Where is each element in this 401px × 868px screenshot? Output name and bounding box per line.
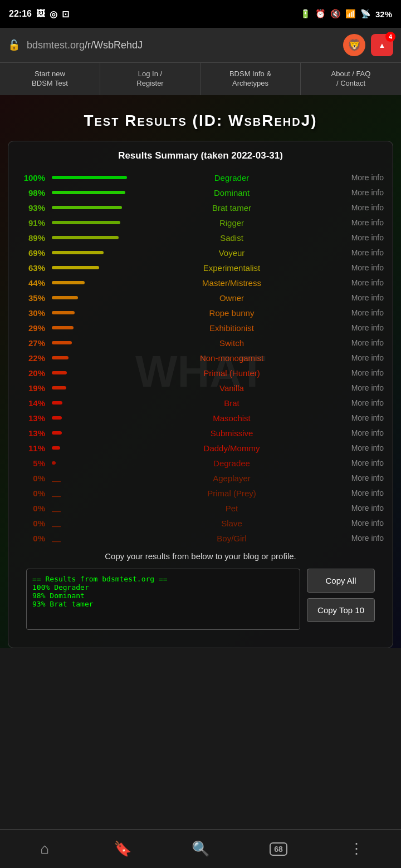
more-info-link[interactable]: More info [334,368,384,377]
result-pct: 91% [17,218,50,228]
tab-switcher[interactable]: ▲ 4 [371,34,393,56]
result-row: 29% Exhibitionist More info [17,320,384,336]
results-textarea[interactable] [26,569,300,630]
more-info-link[interactable]: More info [334,188,384,197]
copy-all-button[interactable]: Copy All [307,569,375,593]
results-card: Results Summary (taken 2022-03-31) 100% … [8,141,393,648]
result-row: 0% — Boy/Girl More info [17,531,384,546]
more-info-link[interactable]: More info [334,504,384,512]
more-info-link[interactable]: More info [334,398,384,407]
copy-instruction: Copy your results from below to your blo… [26,551,375,561]
result-bar-container [52,446,130,450]
result-row: 30% Rope bunny More info [17,305,384,320]
result-label: Boy/Girl [132,534,331,543]
result-bar [52,176,127,179]
copy-top10-button[interactable]: Copy Top 10 [307,598,375,622]
more-info-link[interactable]: More info [334,278,384,287]
more-info-link[interactable]: More info [334,248,384,257]
browser-icons: 🦁 ▲ 4 [343,34,393,56]
wifi-icon: 📶 [345,9,356,19]
result-label: Submissive [132,428,331,438]
result-bar-container: — [52,536,130,540]
more-info-link[interactable]: More info [334,203,384,212]
result-row: 0% — Primal (Prey) More info [17,486,384,501]
photo-icon: 🖼 [36,9,45,19]
more-info-link[interactable]: More info [334,353,384,362]
result-dash: — [52,491,61,501]
result-dash: — [52,521,61,531]
result-bar-container [52,191,130,194]
menu-button[interactable]: ⋮ [343,835,370,863]
page-heading: Test Results (ID: WsbRehdJ) [0,95,401,141]
address-bar[interactable]: 🔓 bdsmtest.org/r/WsbRehdJ 🦁 ▲ 4 [0,28,401,62]
more-info-link[interactable]: More info [334,263,384,272]
status-left: 22:16 🖼 ◎ ⊡ [9,9,69,19]
nav-login[interactable]: Log In /Register [100,63,200,95]
more-info-link[interactable]: More info [334,489,384,497]
more-info-link[interactable]: More info [334,293,384,302]
home-button[interactable]: ⌂ [31,835,58,863]
result-pct: 29% [17,323,50,333]
result-pct: 44% [17,278,50,288]
result-label: Voyeur [132,248,331,258]
result-label: Daddy/Mommy [132,443,331,453]
result-row: 27% Switch More info [17,336,384,351]
result-bar [52,296,78,299]
brave-browser-icon[interactable]: 🦁 [343,34,365,56]
result-bar [52,251,104,254]
nav-bdsm-info[interactable]: BDSM Info &Archetypes [200,63,301,95]
result-bar [52,416,62,420]
result-bar [52,236,119,239]
result-label: Degradee [132,458,331,468]
result-row: 5% Degradee More info [17,456,384,471]
result-pct: 0% [17,534,50,543]
result-dash: — [52,476,61,486]
card-title: Results Summary (taken 2022-03-31) [17,150,384,161]
result-pct: 20% [17,368,50,378]
result-bar [52,386,66,389]
bottom-nav: ⌂ 🔖 🔍 68 ⋮ [0,829,401,868]
more-info-link[interactable]: More info [334,413,384,422]
result-label: Exhibitionist [132,323,331,333]
result-row: 0% — Pet More info [17,501,384,516]
more-info-link[interactable]: More info [334,474,384,482]
more-info-link[interactable]: More info [334,443,384,452]
result-row: 69% Voyeur More info [17,245,384,260]
more-info-link[interactable]: More info [334,173,384,182]
result-bar [52,266,99,269]
more-info-link[interactable]: More info [334,519,384,527]
battery-icon: 🔋 [300,9,311,19]
result-bar [52,281,85,284]
more-info-link[interactable]: More info [334,458,384,467]
url-display[interactable]: bdsmtest.org/r/WsbRehdJ [27,40,336,51]
result-label: Rigger [132,218,331,228]
url-path: /r/WsbRehdJ [85,40,143,51]
nav-about[interactable]: About / FAQ/ Contact [301,63,401,95]
signal-icon: 📡 [360,9,371,19]
result-label: Owner [132,293,331,303]
page-background: WHAT Test Results (ID: WsbRehdJ) Results… [0,95,401,648]
more-info-link[interactable]: More info [334,383,384,392]
more-info-link[interactable]: More info [334,218,384,227]
result-bar [52,206,122,209]
result-bar [52,311,75,314]
media-icon: ⊡ [62,9,69,19]
result-pct: 30% [17,308,50,318]
more-info-link[interactable]: More info [334,323,384,332]
result-label: Pet [132,504,331,513]
more-info-link[interactable]: More info [334,308,384,317]
result-pct: 0% [17,474,50,483]
more-info-link[interactable]: More info [334,338,384,347]
nav-start-new[interactable]: Start newBDSM Test [0,63,100,95]
result-bar [52,191,125,194]
copy-area: Copy All Copy Top 10 [26,569,375,630]
more-info-link[interactable]: More info [334,428,384,437]
more-info-link[interactable]: More info [334,534,384,542]
search-button[interactable]: 🔍 [187,835,214,863]
tabs-button[interactable]: 68 [265,835,292,863]
copy-buttons: Copy All Copy Top 10 [307,569,375,622]
result-bar-container [52,311,130,314]
more-info-link[interactable]: More info [334,233,384,242]
bookmark-button[interactable]: 🔖 [109,835,136,863]
result-bar-container [52,386,130,389]
